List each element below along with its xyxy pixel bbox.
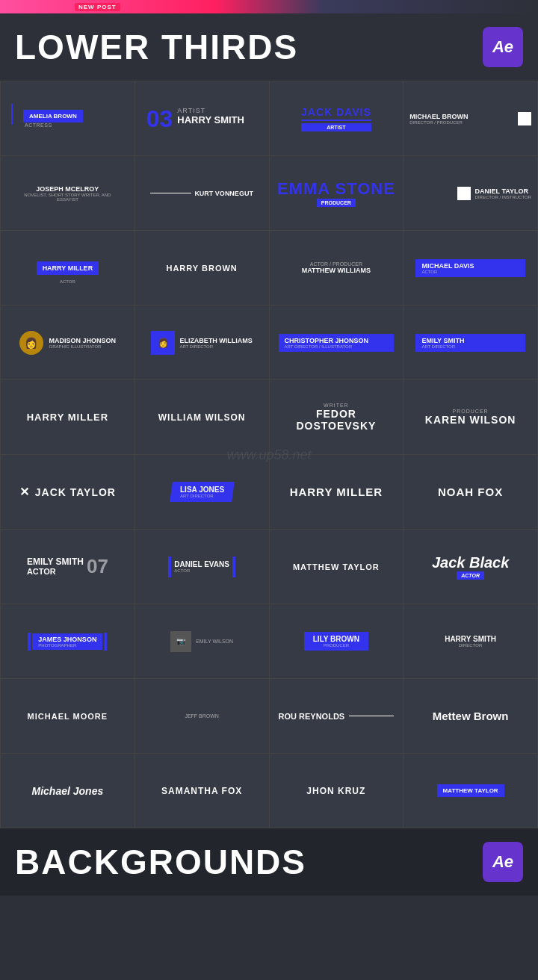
jack-davis-sub: ARTIST: [301, 123, 371, 131]
cell-r2c1: JOSEPH MCELROY NOVELIST, SHORT STORY WRI…: [1, 156, 135, 231]
new-post-badge: NEW POST: [75, 3, 120, 11]
lily-brown-sub: PRODUCER: [313, 643, 359, 648]
cell-r8c2: 📷 EMILY WILSON: [135, 604, 270, 679]
harry-miller-1: HARRY MILLER: [37, 261, 99, 275]
cell-r2c2: KURT VONNEGUT: [135, 156, 270, 231]
top-banner: NEW POST: [0, 0, 538, 13]
cell-r6c4: NOAH FOX: [404, 455, 538, 530]
rou-line: [349, 716, 394, 716]
madison-avatar: 👩: [19, 331, 43, 355]
cell-r1c1: AMELIA BROWN ACTRESS: [1, 81, 135, 156]
emily-wilson-img: 📷: [170, 631, 191, 652]
joseph-name: JOSEPH MCELROY: [22, 185, 112, 193]
emily-smith-name: EMILY SMITH: [421, 337, 519, 344]
harry-brown-name: HARRY BROWN: [166, 264, 237, 273]
r1c2-num: 03: [146, 107, 173, 131]
white-block-2: [457, 187, 471, 200]
line-left: [150, 193, 191, 193]
cell-r8c4: HARRY SMITH DIRECTOR: [404, 604, 538, 679]
cell-r8c1: JAMES JHONSON PHOTOGRAPHER: [1, 604, 135, 679]
cell-r5c2: WILLIAM WILSON: [135, 380, 270, 455]
bracket-left: [28, 633, 31, 651]
matthew-taylor-name: MATTHEW TAYLOR: [293, 562, 380, 571]
cell-r1c2: 03 ARTIST HARRY SMITH: [135, 81, 270, 156]
backgrounds-title: BACKGROUNDS: [15, 842, 306, 882]
jack-black-sub: Actor: [457, 571, 484, 580]
section-title: LOWER THIRDS: [15, 27, 298, 67]
lower-thirds-grid: AMELIA BROWN ACTRESS 03 ARTIST HARRY SMI…: [0, 81, 538, 828]
christopher-sub: ART DIRECTOR / ILLUSTRATOR: [285, 344, 389, 349]
cell-r9c3: ROU REYNOLDS: [270, 679, 404, 754]
lily-brown-name: LILY BROWN: [313, 635, 359, 643]
matthew-sub: ACTOR / PRODUCER: [310, 261, 362, 267]
emily-wilson-label: EMILY WILSON: [196, 639, 233, 644]
cell-r6c2: LISA JONES ART DIRECTOR: [135, 455, 270, 530]
jeff-brown-label: JEFF BROWN: [185, 713, 219, 719]
michael-brown-sub: DIRECTOR / PRODUCER: [409, 120, 468, 125]
amelia-brown-name: AMELIA BROWN: [23, 110, 83, 122]
cell-r6c3: HARRY MILLER: [270, 455, 404, 530]
amelia-brown-sub: ACTRESS: [25, 122, 83, 128]
daniel-taylor-sub: DIRECTOR / INSTRUCTOR: [475, 195, 531, 199]
lisa-jones-sub: ART DIRECTOR: [180, 494, 224, 498]
cell-r4c4: EMILY SMITH ART DIRECTOR: [404, 306, 538, 380]
karen-name: KAREN WILSON: [425, 414, 516, 426]
michael-davis-name: MICHAEL DAVIS: [421, 262, 519, 270]
christopher-name: CHRISTOPHER JHONSON: [285, 337, 389, 344]
rou-reynolds-name: ROU REYNOLDS: [279, 712, 345, 721]
cell-r10c1: Michael Jones: [1, 754, 135, 828]
cell-r7c3: MATTHEW TAYLOR: [270, 530, 404, 604]
cell-r7c2: DANIEL EVANS ACTOR: [135, 530, 270, 604]
harry-miller-2: HARRY MILLER: [27, 412, 109, 423]
left-line: [168, 556, 171, 577]
lower-thirds-header: LOWER THIRDS Ae: [0, 13, 538, 81]
fedor-name: FEDOR DOSTOEVSKY: [276, 408, 398, 432]
harry-miller-1-sub: ACTOR: [1, 279, 134, 284]
michael-brown-name: MICHAEL BROWN: [409, 113, 468, 120]
elizabeth-name: ELIZABETH WILLIAMS: [179, 337, 253, 344]
cell-r3c1: HARRY MILLER ACTOR: [1, 231, 135, 306]
daniel-evans-name: DANIEL EVANS: [174, 560, 229, 568]
james-jhonson-name: JAMES JHONSON: [38, 636, 96, 643]
harry-smith-name: HARRY SMITH: [445, 635, 496, 643]
cell-r5c1: HARRY MILLER: [1, 380, 135, 455]
r1c2-title: ARTIST: [177, 107, 244, 114]
grid-wrapper: www.up58.net AMELIA BROWN ACTRESS 03 ART…: [0, 81, 538, 828]
harry-smith-sub: DIRECTOR: [445, 643, 496, 648]
cell-r10c3: JHON KRUZ: [270, 754, 404, 828]
cell-r8c3: LILY BROWN PRODUCER: [270, 604, 404, 679]
daniel-taylor-name: DANIEL TAYLOR: [475, 187, 531, 195]
elizabeth-sub: ART DIRECTOR: [179, 344, 253, 349]
jack-taylor-name: JACK TAYLOR: [35, 486, 116, 498]
matthew-taylor-2: MATTHEW TAYLOR: [437, 784, 504, 797]
x-mark: ✕: [19, 485, 29, 499]
right-line: [232, 556, 235, 577]
cell-r2c4: DANIEL TAYLOR DIRECTOR / INSTRUCTOR: [404, 156, 538, 231]
emma-stone-name: EMMA STONE: [277, 179, 395, 199]
cell-r4c2: 👩 ELIZABETH WILLIAMS ART DIRECTOR: [135, 306, 270, 380]
kurt-name: KURT VONNEGUT: [194, 190, 253, 197]
cell-r4c1: 👩 MADISON JHONSON GRAPHIC ILLUSTRATOR: [1, 306, 135, 380]
emily-smith-07-name: EMILY SMITH: [27, 557, 84, 567]
cell-r10c4: MATTHEW TAYLOR: [404, 754, 538, 828]
cell-r9c2: JEFF BROWN: [135, 679, 270, 754]
samantha-fox-name: SAMANTHA FOX: [161, 786, 242, 796]
karen-sub: PRODUCER: [453, 409, 489, 414]
noah-fox-name: NOAH FOX: [438, 486, 503, 498]
white-block: [518, 112, 531, 125]
jhon-kruz-name: JHON KRUZ: [306, 786, 365, 796]
matthew-name: MATTHEW WILLIAMS: [302, 267, 371, 274]
cell-r3c3: ACTOR / PRODUCER MATTHEW WILLIAMS: [270, 231, 404, 306]
michael-davis-sub: ACTOR: [421, 270, 519, 274]
cell-r3c4: MICHAEL DAVIS ACTOR: [404, 231, 538, 306]
bracket-right: [104, 633, 107, 651]
madison-sub: GRAPHIC ILLUSTRATOR: [49, 344, 117, 349]
elizabeth-avatar: 👩: [151, 331, 175, 355]
james-jhonson-sub: PHOTOGRAPHER: [38, 643, 96, 648]
emily-smith-sub: ART DIRECTOR: [421, 344, 519, 349]
cell-r3c2: HARRY BROWN: [135, 231, 270, 306]
mettew-brown-name: Mettew Brown: [433, 710, 509, 722]
cell-r5c3: WRITER FEDOR DOSTOEVSKY: [270, 380, 404, 455]
cell-r2c3: EMMA STONE PRODUCER: [270, 156, 404, 231]
backgrounds-header: BACKGROUNDS Ae: [0, 828, 538, 896]
